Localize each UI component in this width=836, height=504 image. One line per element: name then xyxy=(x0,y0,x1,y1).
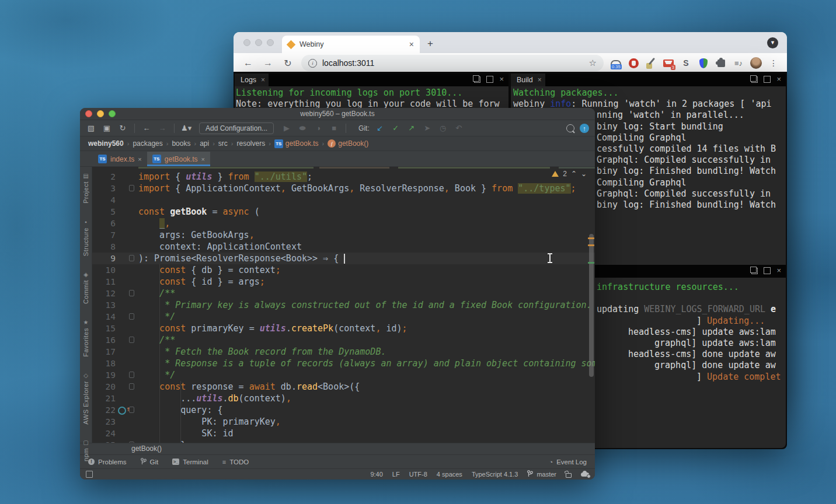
window-close-button[interactable] xyxy=(243,39,250,46)
stripe-button-npm[interactable]: ▢npm xyxy=(82,439,89,461)
breadcrumb-item[interactable]: packages xyxy=(133,139,162,148)
tab-close-icon[interactable]: × xyxy=(409,40,414,48)
status-item[interactable]: 4 spaces xyxy=(437,471,462,478)
sync-icon[interactable]: ↻ xyxy=(117,123,128,134)
git-branch-widget[interactable]: master xyxy=(527,470,556,478)
git-push-icon[interactable]: ↗ xyxy=(406,123,417,134)
bookmark-star-icon[interactable]: ☆ xyxy=(589,58,597,68)
tab-close-icon[interactable]: × xyxy=(201,156,205,163)
error-stripe-mark[interactable] xyxy=(588,262,594,264)
tool-window-button-git[interactable]: Git xyxy=(141,458,159,466)
user-profile-icon[interactable]: ♟▾ xyxy=(181,123,191,134)
window-minimize-button[interactable] xyxy=(97,110,104,117)
fold-marker[interactable] xyxy=(129,372,134,378)
window-zoom-button[interactable] xyxy=(267,39,274,46)
pane-float-icon[interactable] xyxy=(474,76,480,83)
history-icon[interactable]: ◷ xyxy=(438,123,448,134)
debug-icon[interactable]: ⬬ xyxy=(297,123,308,134)
stop-icon[interactable]: ■ xyxy=(329,123,339,134)
tool-window-button-problems[interactable]: !Problems xyxy=(88,459,127,466)
status-item[interactable]: UTF-8 xyxy=(409,471,427,478)
error-stripe-mark[interactable] xyxy=(588,244,594,246)
git-commit-icon[interactable]: ✓ xyxy=(391,123,401,134)
editor-scrollbar[interactable] xyxy=(589,234,594,377)
tool-window-toggle-icon[interactable] xyxy=(86,471,93,478)
pane-float-icon[interactable] xyxy=(751,268,758,274)
editor-tab-index.ts[interactable]: TSindex.ts× xyxy=(93,152,147,166)
fold-marker[interactable] xyxy=(129,337,134,343)
gutter-navigation-icon[interactable] xyxy=(118,407,126,415)
tool-window-button-todo[interactable]: ≡TODO xyxy=(222,459,249,466)
extensions-puzzle-icon[interactable] xyxy=(714,56,728,70)
pane-maximize-icon[interactable] xyxy=(764,267,771,274)
git-cherry-pick-icon[interactable]: ➤ xyxy=(422,123,433,134)
pane-float-icon[interactable] xyxy=(751,76,758,83)
logs-tab[interactable]: Logs× xyxy=(235,74,269,86)
save-icon[interactable]: ▣ xyxy=(102,123,112,134)
coverage-icon[interactable]: ◑ xyxy=(313,123,323,134)
pane-maximize-icon[interactable] xyxy=(486,76,493,83)
url-text[interactable]: localhost:3011 xyxy=(322,58,589,68)
extension-blocker-icon[interactable] xyxy=(626,56,640,70)
pane-close-icon[interactable]: × xyxy=(776,76,781,82)
event-log-button[interactable]: ◔Event Log xyxy=(549,459,587,466)
breadcrumb-item[interactable]: resolvers xyxy=(236,139,265,148)
status-item[interactable]: 9:40 xyxy=(370,471,382,478)
stripe-button-project[interactable]: ▤Project xyxy=(82,173,89,204)
error-stripe-mark[interactable] xyxy=(588,237,594,239)
fold-marker[interactable] xyxy=(129,255,134,261)
search-everywhere-icon[interactable] xyxy=(566,124,574,132)
window-minimize-button[interactable] xyxy=(255,39,262,46)
stripe-button-aws-explorer[interactable]: ◇AWS Explorer xyxy=(82,372,89,425)
browser-menu-icon[interactable]: ⋮ xyxy=(767,56,781,70)
navigate-back-icon[interactable]: ← xyxy=(141,123,152,134)
window-zoom-button[interactable] xyxy=(109,110,116,117)
fold-marker[interactable] xyxy=(129,313,134,320)
breadcrumb-item[interactable]: src xyxy=(218,139,228,148)
inspection-widget[interactable]: 2⌃⌄ xyxy=(552,170,587,178)
run-icon[interactable]: ▶ xyxy=(281,123,292,134)
rollback-icon[interactable]: ↶ xyxy=(454,123,464,134)
stripe-button-commit[interactable]: ◈Commit xyxy=(82,271,89,304)
back-icon[interactable]: ← xyxy=(241,58,255,68)
navigate-forward-icon[interactable]: → xyxy=(157,123,168,134)
address-bar[interactable]: i localhost:3011 ☆ xyxy=(301,55,604,71)
fold-marker[interactable] xyxy=(129,383,134,390)
code-editor[interactable]: 2import { utils } from "../utils";3impor… xyxy=(92,167,595,443)
cloud-settings-icon[interactable] xyxy=(581,473,589,477)
add-configuration-button[interactable]: Add Configuration... xyxy=(199,123,274,134)
lock-icon[interactable] xyxy=(566,473,572,478)
extension-scale-icon[interactable]: 0.35 xyxy=(609,56,623,70)
breadcrumb-item[interactable]: books xyxy=(172,139,190,148)
fold-marker[interactable] xyxy=(129,442,134,443)
site-info-icon[interactable]: i xyxy=(308,59,317,68)
extension-seo-icon[interactable]: S xyxy=(679,56,693,70)
prev-issue-icon[interactable]: ⌃ xyxy=(571,170,577,178)
open-folder-icon[interactable]: ▧ xyxy=(86,123,96,134)
stripe-button-structure[interactable]: ▪Structure xyxy=(82,219,89,256)
browser-tab[interactable]: Webiny × xyxy=(282,36,420,53)
new-tab-button[interactable]: + xyxy=(427,38,433,48)
next-issue-icon[interactable]: ⌄ xyxy=(581,170,587,178)
window-close-button[interactable] xyxy=(85,110,92,117)
tab-close-icon[interactable]: × xyxy=(138,156,141,163)
logs-tab-close-icon[interactable]: × xyxy=(261,76,265,84)
fold-marker[interactable] xyxy=(129,185,134,191)
stripe-button-favorites[interactable]: ★Favorites xyxy=(82,319,89,357)
breadcrumb-item[interactable]: webiny560 xyxy=(88,139,124,148)
reload-icon[interactable]: ↻ xyxy=(281,58,295,69)
editor-tab-getBook.ts[interactable]: TSgetBook.ts× xyxy=(147,152,210,166)
profile-avatar[interactable] xyxy=(749,56,763,70)
extension-shield-icon[interactable] xyxy=(696,56,710,70)
pane-close-icon[interactable]: × xyxy=(499,76,504,82)
breadcrumb-item[interactable]: fgetBook() xyxy=(328,139,368,148)
ide-update-icon[interactable]: ↑ xyxy=(580,124,589,133)
extension-mail-icon[interactable]: 3 xyxy=(661,56,675,70)
status-item[interactable]: TypeScript 4.1.3 xyxy=(472,471,518,478)
status-item[interactable]: LF xyxy=(392,471,400,478)
media-playlist-icon[interactable]: ≡♪ xyxy=(732,56,746,70)
tool-window-button-terminal[interactable]: >_Terminal xyxy=(172,459,208,466)
fold-marker[interactable] xyxy=(129,290,134,296)
forward-icon[interactable]: → xyxy=(261,58,275,68)
pane-maximize-icon[interactable] xyxy=(764,76,771,83)
